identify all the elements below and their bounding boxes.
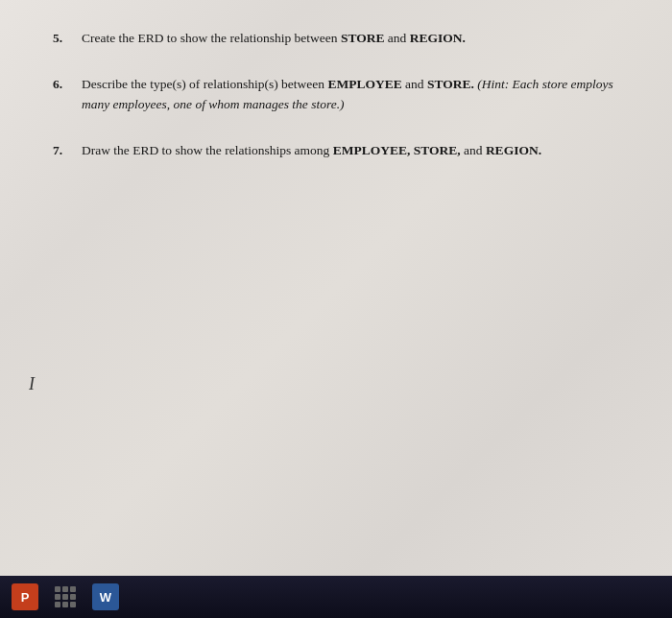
question-6: 6. Describe the type(s) of relationship(… [53,75,619,114]
taskbar-powerpoint[interactable]: P [8,580,42,614]
powerpoint-icon: P [12,583,38,610]
taskbar: P W [0,576,672,618]
grid-cell-6 [70,594,76,600]
question-7-number: 7. [53,141,82,160]
question-6-text: Describe the type(s) of relationship(s) … [82,75,619,114]
taskbar-word[interactable]: W [88,580,123,614]
question-6-number: 6. [53,75,82,114]
grid-cell-8 [62,602,68,607]
taskbar-grid[interactable] [48,580,83,614]
grid-cell-9 [70,602,76,607]
word-icon: W [92,583,119,610]
question-5: 5. Create the ERD to show the relationsh… [53,29,619,48]
question-7: 7. Draw the ERD to show the relationship… [53,141,619,160]
grid-cell-3 [70,586,76,592]
grid-cell-4 [55,594,60,600]
question-5-text: Create the ERD to show the relationship … [82,29,619,48]
question-5-number: 5. [53,29,82,48]
grid-cell-2 [62,586,68,592]
text-cursor: I [29,374,35,394]
document-area: 5. Create the ERD to show the relationsh… [0,0,672,576]
grid-cell-5 [62,594,68,600]
question-7-text: Draw the ERD to show the relationships a… [82,141,619,160]
grid-cell-7 [55,602,60,607]
grid-cell-1 [55,586,60,592]
grid-icon [52,583,79,610]
